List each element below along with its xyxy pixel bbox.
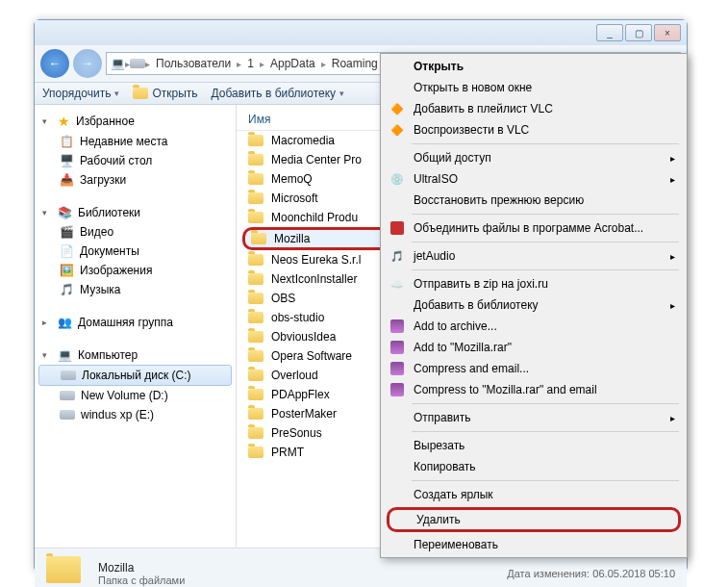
context-menu-item[interactable]: Add to archive... xyxy=(383,316,685,337)
recent-icon: 📋 xyxy=(60,135,74,148)
context-menu-label: UltraISO xyxy=(414,172,458,186)
file-name: OBS xyxy=(271,292,295,305)
computer-header[interactable]: ▾ 💻 Компьютер xyxy=(35,345,236,365)
sidebar-item-label: Музыка xyxy=(80,283,120,296)
folder-icon xyxy=(251,233,266,244)
context-menu-item[interactable]: Удалить xyxy=(387,507,681,532)
separator xyxy=(412,403,679,404)
status-date: Дата изменения: 06.05.2018 05:10 xyxy=(507,567,675,580)
folder-icon xyxy=(248,408,264,420)
chevron-right-icon: ▸ xyxy=(42,318,52,327)
sidebar-item-images[interactable]: 🖼️Изображения xyxy=(35,261,236,280)
chevron-down-icon: ▾ xyxy=(42,350,52,360)
desktop-icon: 🖥️ xyxy=(60,154,74,167)
forward-button[interactable]: → xyxy=(73,49,102,78)
drive-icon xyxy=(61,370,76,380)
rar-icon xyxy=(389,361,406,376)
file-name: PreSonus xyxy=(271,426,322,440)
chevron-down-icon: ▾ xyxy=(42,116,52,126)
libraries-header[interactable]: ▾ 📚 Библиотеки xyxy=(35,203,236,222)
back-button[interactable]: ← xyxy=(40,49,69,78)
context-menu-item[interactable]: Открыть xyxy=(383,56,685,77)
context-menu-label: Создать ярлык xyxy=(414,488,493,501)
context-menu-item[interactable]: Добавить в библиотеку xyxy=(383,294,685,316)
folder-icon xyxy=(248,389,264,400)
context-menu-label: jetAudio xyxy=(414,249,455,263)
homegroup-header[interactable]: ▸ 👥 Домашняя группа xyxy=(35,313,236,332)
sidebar-item-desktop[interactable]: 🖥️Рабочий стол xyxy=(35,151,236,170)
context-menu-label: Compress and email... xyxy=(414,362,529,375)
context-menu-label: Add to archive... xyxy=(414,319,497,333)
breadcrumb-item[interactable]: AppData xyxy=(264,55,321,72)
separator xyxy=(412,143,679,144)
context-menu-item[interactable]: 🔶Воспроизвести в VLC xyxy=(383,119,685,140)
drive-icon xyxy=(60,410,75,420)
file-name: MemoQ xyxy=(271,172,313,186)
folder-icon xyxy=(248,370,264,381)
add-library-button[interactable]: Добавить в библиотеку xyxy=(212,87,345,100)
context-menu-item[interactable]: Compress to "Mozilla.rar" and email xyxy=(383,379,685,400)
context-menu-item[interactable]: 🔶Добавить в плейлист VLC xyxy=(383,98,685,119)
sidebar-item-label: Видео xyxy=(80,225,113,239)
breadcrumb-item[interactable]: 1 xyxy=(241,55,260,72)
context-menu-item[interactable]: Отправить xyxy=(383,407,685,428)
sidebar-item-video[interactable]: 🎬Видео xyxy=(35,222,236,242)
context-menu-item[interactable]: Копировать xyxy=(383,456,685,477)
maximize-button[interactable]: ▢ xyxy=(625,24,652,41)
sidebar-item-drive-c[interactable]: Локальный диск (C:) xyxy=(38,365,232,386)
file-name: NextIconInstaller xyxy=(271,272,357,286)
organize-button[interactable]: Упорядочить xyxy=(42,87,119,100)
open-button[interactable]: Открыть xyxy=(133,87,197,100)
folder-icon xyxy=(248,173,264,185)
context-menu-item[interactable]: Add to "Mozilla.rar" xyxy=(383,337,685,358)
sidebar-libraries: ▾ 📚 Библиотеки 🎬Видео 📄Документы 🖼️Изобр… xyxy=(35,203,236,299)
folder-icon xyxy=(248,427,264,439)
context-menu-item[interactable]: Открыть в новом окне xyxy=(383,77,685,98)
separator xyxy=(412,269,679,270)
folder-icon xyxy=(248,293,264,304)
sidebar-item-documents[interactable]: 📄Документы xyxy=(35,242,236,261)
context-menu-label: Добавить в библиотеку xyxy=(414,298,539,312)
sidebar-item-recent[interactable]: 📋Недавние места xyxy=(35,132,236,151)
computer-icon: 💻 xyxy=(58,348,72,362)
favorites-header[interactable]: ▾ ★ Избранное xyxy=(35,111,236,132)
sidebar-item-downloads[interactable]: 📥Загрузки xyxy=(35,170,236,190)
context-menu-label: Добавить в плейлист VLC xyxy=(414,102,553,115)
file-name: Neos Eureka S.r.l xyxy=(271,253,361,267)
file-name: PRMT xyxy=(271,446,304,459)
star-icon: ★ xyxy=(58,114,70,129)
computer-label: Компьютер xyxy=(78,348,138,362)
file-name: Moonchild Produ xyxy=(271,211,358,224)
separator xyxy=(412,480,679,481)
sidebar-item-label: Недавние места xyxy=(80,135,167,148)
context-menu-item[interactable]: 🎵jetAudio xyxy=(383,245,685,267)
file-name: PDAppFlex xyxy=(271,388,330,401)
context-menu-item[interactable]: Переименовать xyxy=(383,534,685,555)
context-menu-label: Копировать xyxy=(414,460,476,473)
context-menu-item[interactable]: ☁️Отправить в zip на joxi.ru xyxy=(383,273,685,294)
sidebar-item-drive-d[interactable]: New Volume (D:) xyxy=(35,386,236,405)
breadcrumb-item[interactable]: Roaming xyxy=(326,55,384,72)
context-menu-item[interactable]: Общий доступ xyxy=(383,147,685,168)
context-menu-item[interactable]: Объединить файлы в программе Acrobat... xyxy=(383,217,685,239)
folder-icon xyxy=(248,212,264,223)
sidebar-item-label: Рабочий стол xyxy=(80,154,152,167)
status-type: Папка с файлами xyxy=(98,574,495,586)
minimize-button[interactable]: _ xyxy=(596,24,623,41)
breadcrumb-item[interactable]: Пользователи xyxy=(150,55,237,72)
separator xyxy=(412,242,679,242)
close-button[interactable]: × xyxy=(654,24,681,41)
sidebar: ▾ ★ Избранное 📋Недавние места 🖥️Рабочий … xyxy=(35,105,237,548)
red-icon xyxy=(389,220,406,236)
folder-icon xyxy=(248,447,264,458)
context-menu-item[interactable]: 💿UltraISO xyxy=(383,168,685,190)
status-date-label: Дата изменения: xyxy=(507,568,590,579)
libraries-label: Библиотеки xyxy=(78,206,140,219)
context-menu-item[interactable]: Вырезать xyxy=(383,435,685,456)
context-menu-item[interactable]: Создать ярлык xyxy=(383,484,685,505)
context-menu-item[interactable]: Compress and email... xyxy=(383,358,685,379)
sidebar-item-drive-e[interactable]: windus xp (E:) xyxy=(35,405,236,424)
context-menu-item[interactable]: Восстановить прежнюю версию xyxy=(383,190,685,211)
sidebar-item-music[interactable]: 🎵Музыка xyxy=(35,280,236,299)
context-menu-label: Вырезать xyxy=(414,439,464,452)
